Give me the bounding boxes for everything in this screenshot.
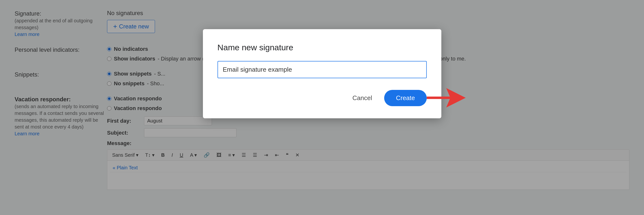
modal-overlay: Name new signature Cancel Create bbox=[0, 0, 644, 215]
create-button[interactable]: Create bbox=[384, 90, 426, 106]
red-arrow-indicator bbox=[427, 85, 466, 111]
create-button-wrapper: Create bbox=[384, 90, 426, 106]
signature-name-input[interactable] bbox=[218, 61, 427, 78]
dialog-title: Name new signature bbox=[218, 43, 427, 52]
svg-marker-0 bbox=[427, 88, 466, 107]
cancel-button[interactable]: Cancel bbox=[348, 91, 377, 105]
dialog-actions: Cancel Create bbox=[218, 90, 427, 106]
name-signature-dialog: Name new signature Cancel Create bbox=[203, 29, 441, 118]
